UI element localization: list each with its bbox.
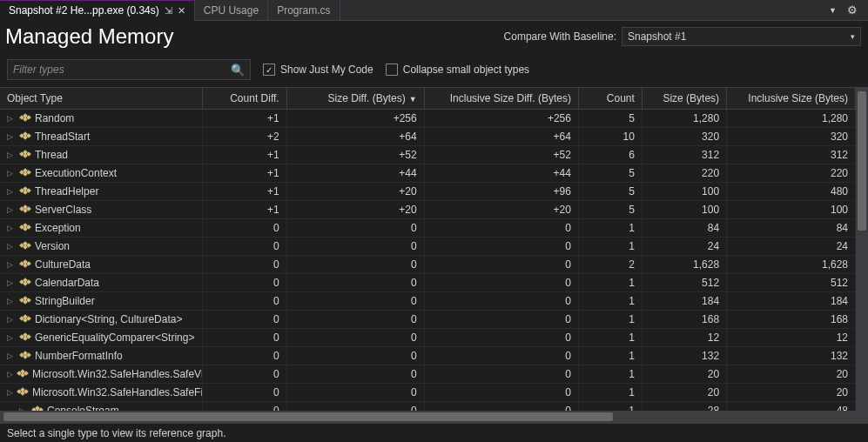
cell-count: 5 [578, 200, 642, 218]
table-row[interactable]: ▷Random+1+256+25651,2801,280 [0, 109, 856, 127]
class-icon [19, 150, 31, 160]
scrollbar-thumb[interactable] [3, 412, 613, 421]
expand-icon[interactable]: ▷ [7, 224, 16, 232]
table-row[interactable]: ▷ExecutionContext+1+44+445220220 [0, 164, 856, 182]
cell-count: 1 [578, 346, 642, 365]
cell-size: 24 [642, 237, 726, 255]
expand-icon[interactable]: ▷ [7, 333, 16, 342]
cell-countDiff: +1 [203, 164, 286, 182]
cell-size: 84 [642, 218, 726, 237]
table-row[interactable]: ▷GenericEqualityComparer<String>00011212 [0, 328, 856, 346]
table-row[interactable]: ▷Version00012424 [0, 237, 856, 255]
expand-icon[interactable]: ▷ [7, 260, 16, 269]
cell-size: 220 [642, 164, 726, 182]
table-row[interactable]: ▷ConsoleStream00012848 [0, 401, 856, 411]
type-name: Microsoft.Win32.SafeHandles.SafeFileHand… [32, 386, 203, 398]
cell-sizeDiff: 0 [286, 310, 424, 328]
table-row[interactable]: ▷Microsoft.Win32.SafeHandles.SafeFileHan… [0, 383, 856, 401]
show-just-my-code-checkbox[interactable]: ✓ Show Just My Code [263, 64, 373, 76]
compare-baseline-select[interactable]: Snapshot #1 ▾ [622, 27, 861, 46]
type-name: ThreadStart [35, 131, 90, 143]
cell-inclDiff: +96 [424, 182, 578, 200]
cell-count: 1 [578, 383, 642, 401]
cell-inclDiff: 0 [424, 255, 578, 273]
cell-incl: 168 [727, 310, 856, 328]
cell-incl: 132 [727, 346, 856, 365]
expand-icon[interactable]: ▷ [7, 132, 16, 141]
cell-sizeDiff: +20 [286, 182, 424, 200]
cell-size: 168 [642, 310, 726, 328]
expand-icon[interactable]: ▷ [7, 114, 16, 123]
column-header[interactable]: Size Diff. (Bytes)▼ [286, 88, 424, 109]
tab-snapshot-active[interactable]: Snapshot #2 He...pp.exe (0.34s) ⇲ ✕ [0, 0, 195, 21]
cell-inclDiff: +20 [424, 200, 578, 218]
search-icon[interactable]: 🔍 [231, 64, 245, 77]
expand-icon[interactable]: ▷ [7, 205, 16, 214]
column-header[interactable]: Object Type [0, 88, 203, 109]
table-row[interactable]: ▷CultureData00021,6281,628 [0, 255, 856, 273]
expand-icon[interactable]: ▷ [7, 242, 16, 251]
pin-icon[interactable]: ⇲ [165, 5, 172, 17]
cell-inclDiff: +52 [424, 145, 578, 164]
gear-icon[interactable]: ⚙ [844, 3, 861, 17]
table-row[interactable]: ▷ServerClass+1+20+205100100 [0, 200, 856, 218]
tab-label: CPU Usage [204, 4, 259, 17]
types-grid[interactable]: Object TypeCount Diff.Size Diff. (Bytes)… [0, 88, 856, 411]
column-header[interactable]: Size (Bytes) [642, 88, 726, 109]
cell-incl: 512 [727, 273, 856, 291]
table-row[interactable]: ▷ThreadHelper+1+20+965100480 [0, 182, 856, 200]
expand-icon[interactable]: ▷ [7, 151, 16, 159]
close-icon[interactable]: ✕ [178, 5, 185, 17]
expand-icon[interactable]: ▷ [7, 352, 16, 360]
table-row[interactable]: ▷Exception00018484 [0, 218, 856, 237]
filter-types-search[interactable]: 🔍 [7, 59, 251, 80]
expand-icon[interactable]: ▷ [7, 315, 16, 324]
column-header[interactable]: Inclusive Size Diff. (Bytes) [424, 88, 578, 109]
column-header[interactable]: Count Diff. [203, 88, 286, 109]
expand-icon[interactable]: ▷ [7, 388, 13, 397]
cell-countDiff: +1 [203, 182, 286, 200]
cell-count: 1 [578, 291, 642, 310]
horizontal-scrollbar[interactable] [0, 411, 868, 423]
collapse-small-checkbox[interactable]: Collapse small object types [386, 64, 529, 76]
expand-icon[interactable]: ▷ [7, 187, 16, 196]
table-row[interactable]: ▷Thread+1+52+526312312 [0, 145, 856, 164]
type-name: CalendarData [35, 277, 99, 289]
tab-program-cs[interactable]: Program.cs [268, 0, 340, 21]
table-row[interactable]: ▷StringBuilder0001184184 [0, 291, 856, 310]
cell-incl: 1,628 [727, 255, 856, 273]
table-row[interactable]: ▷Dictionary<String, CultureData>00011681… [0, 310, 856, 328]
tab-cpu-usage[interactable]: CPU Usage [195, 0, 268, 21]
cell-countDiff: +1 [203, 200, 286, 218]
tab-overflow-icon[interactable]: ▼ [829, 6, 837, 15]
cell-incl: 84 [727, 218, 856, 237]
class-icon [17, 369, 29, 379]
cell-incl: 20 [727, 365, 856, 383]
filter-types-input[interactable] [13, 64, 231, 76]
class-icon [19, 332, 31, 343]
table-row[interactable]: ▷Microsoft.Win32.SafeHandles.SafeViewOfF… [0, 365, 856, 383]
scrollbar-thumb[interactable] [858, 91, 866, 231]
class-icon [19, 296, 31, 306]
column-header[interactable]: Inclusive Size (Bytes) [727, 88, 856, 109]
cell-count: 1 [578, 237, 642, 255]
class-icon [19, 314, 31, 325]
cell-size: 312 [642, 145, 726, 164]
cell-countDiff: +2 [203, 127, 286, 145]
tab-label: Program.cs [277, 4, 330, 17]
cell-countDiff: 0 [203, 401, 286, 411]
cell-incl: 1,280 [727, 109, 856, 127]
table-row[interactable]: ▷CalendarData0001512512 [0, 273, 856, 291]
column-header[interactable]: Count [578, 88, 642, 109]
expand-icon[interactable]: ▷ [7, 370, 13, 378]
expand-icon[interactable]: ▷ [7, 297, 16, 305]
expand-icon[interactable]: ▷ [7, 278, 16, 287]
table-row[interactable]: ▷ThreadStart+2+64+6410320320 [0, 127, 856, 145]
expand-icon[interactable]: ▷ [7, 169, 16, 177]
vertical-scrollbar[interactable] [856, 88, 868, 411]
cell-size: 132 [642, 346, 726, 365]
class-icon [19, 278, 31, 288]
header: Managed Memory Compare With Baseline: Sn… [0, 21, 868, 54]
cell-count: 1 [578, 273, 642, 291]
table-row[interactable]: ▷NumberFormatInfo0001132132 [0, 346, 856, 365]
